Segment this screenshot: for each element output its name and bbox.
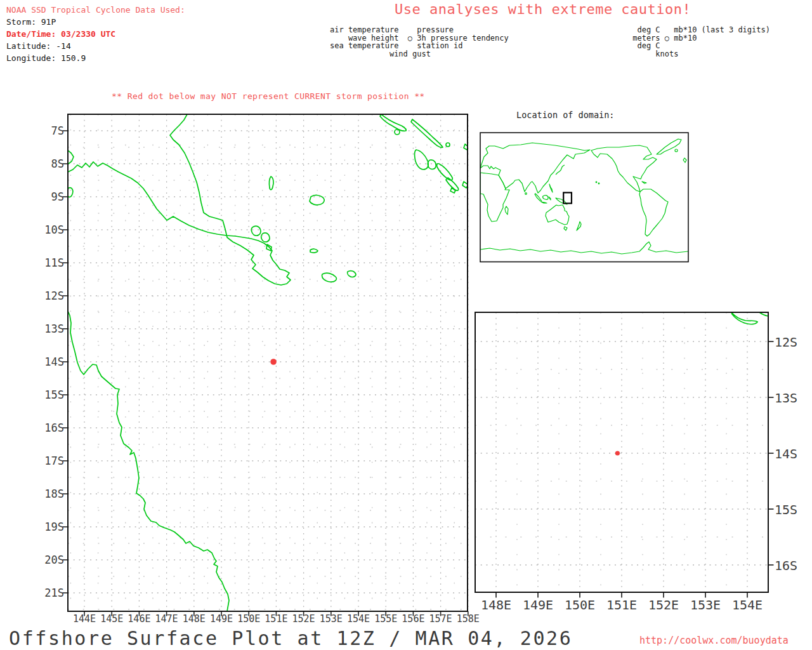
world-uk bbox=[683, 158, 686, 162]
world-philippines bbox=[549, 184, 553, 192]
coast-new-guinea bbox=[68, 114, 291, 285]
world-map-frame bbox=[480, 133, 688, 262]
coast-bougainville bbox=[414, 150, 428, 169]
offshore-surface-plot-page: NOAA SSD Tropical Cyclone Data Used: Sto… bbox=[0, 0, 812, 650]
coast-trobriand bbox=[269, 176, 273, 190]
zoom-inset-lat-label: 14S bbox=[775, 446, 808, 461]
zoom-inset-lon-label: 148E bbox=[477, 597, 515, 613]
world-tasmania bbox=[564, 227, 567, 230]
main-map-lat-label: 11S bbox=[35, 256, 64, 269]
units-legend-line: deg C bbox=[628, 42, 770, 50]
storm-datetime-line: Date/Time: 03/2330 UTC bbox=[6, 28, 185, 40]
units-legend-line: deg C mb*10 (last 3 digits) bbox=[628, 26, 770, 34]
main-map-lat-label: 12S bbox=[35, 289, 64, 302]
world-north-america bbox=[591, 145, 657, 192]
world-japan bbox=[556, 165, 565, 175]
main-map-lat-label: 17S bbox=[35, 454, 64, 467]
coast-tagula bbox=[322, 273, 337, 282]
main-map-lat-label: 13S bbox=[35, 322, 64, 335]
grid-lines bbox=[68, 114, 768, 611]
world-greenland bbox=[657, 139, 681, 154]
coast-dentrecasteaux bbox=[261, 233, 270, 242]
coast-rossel-inset bbox=[731, 312, 757, 324]
main-map-lon-label: 148E bbox=[180, 613, 208, 625]
main-map-lon-label: 153E bbox=[317, 613, 345, 625]
coast-misima bbox=[310, 249, 318, 253]
main-map-lat-label: 18S bbox=[35, 488, 64, 500]
coast-woodlark bbox=[310, 195, 324, 204]
world-cuba bbox=[642, 182, 646, 183]
zoom-inset-lon-label: 149E bbox=[519, 597, 557, 613]
main-map-lon-label: 154E bbox=[344, 613, 372, 625]
main-map-lat-label: 7S bbox=[35, 124, 64, 137]
units-legend: deg C mb*10 (last 3 digits) meters ○ mb*… bbox=[628, 26, 770, 58]
main-map-lat-label: 21S bbox=[35, 587, 64, 599]
world-madagascar bbox=[505, 206, 508, 215]
coast-new-britain bbox=[380, 114, 406, 131]
main-map-lat-label: 20S bbox=[35, 554, 64, 566]
storm-longitude-line: Longitude: 150.9 bbox=[6, 52, 185, 64]
storm-dot-inset bbox=[615, 451, 620, 455]
storm-id-line: Storm: 91P bbox=[6, 16, 185, 28]
storm-info-block: NOAA SSD Tropical Cyclone Data Used: Sto… bbox=[6, 4, 185, 64]
coast-australia bbox=[68, 311, 229, 611]
zoom-inset-lon-label: 152E bbox=[645, 597, 683, 613]
coast-left-edge-hook bbox=[68, 150, 74, 164]
zoom-inset-coastlines bbox=[731, 312, 768, 324]
location-of-domain-title: Location of domain: bbox=[516, 110, 614, 120]
coast-rossel bbox=[348, 271, 356, 277]
world-iceland bbox=[675, 149, 678, 152]
buoydata-url-link[interactable]: http://coolwx.com/buoydata bbox=[639, 635, 789, 646]
main-map-lon-label: 147E bbox=[153, 613, 181, 625]
storm-dots bbox=[270, 359, 620, 455]
world-new-zealand bbox=[577, 222, 581, 230]
main-map-lat-label: 9S bbox=[35, 190, 64, 203]
zoom-inset-lat-label: 15S bbox=[775, 502, 808, 517]
storm-position-warning: ** Red dot below may NOT represent CURRE… bbox=[112, 91, 425, 101]
main-map-lat-label: 16S bbox=[35, 421, 64, 434]
main-map-lon-label: 155E bbox=[372, 613, 400, 625]
storm-latitude-line: Latitude: -14 bbox=[6, 40, 185, 52]
main-map-lon-label: 156E bbox=[399, 613, 427, 625]
world-hawaii bbox=[598, 183, 599, 184]
main-map-lat-label: 10S bbox=[35, 223, 64, 236]
zoom-inset-lat-label: 12S bbox=[775, 335, 808, 350]
world-south-america bbox=[639, 189, 668, 236]
world-sulawesi bbox=[549, 197, 551, 200]
zoom-inset-lat-label: 13S bbox=[775, 390, 808, 406]
world-africa bbox=[480, 173, 509, 222]
main-map-lat-label: 8S bbox=[35, 157, 64, 170]
units-legend-line: knots bbox=[628, 50, 770, 58]
world-sumatra bbox=[535, 194, 542, 201]
coast-choiseul bbox=[437, 164, 453, 180]
caution-headline: Use analyses with extreme caution! bbox=[395, 1, 691, 17]
station-legend-line: sea temperature station id bbox=[330, 42, 509, 50]
data-source-label: NOAA SSD Tropical Cyclone Data Used: bbox=[6, 4, 185, 16]
world-australia bbox=[546, 205, 569, 225]
station-legend-line: air temperature pressure bbox=[330, 26, 509, 34]
coast-island-bit bbox=[450, 188, 455, 193]
storm-dot-main bbox=[270, 359, 277, 365]
world-java bbox=[541, 202, 547, 203]
main-map-lon-label: 145E bbox=[98, 613, 126, 625]
world-antarctica bbox=[480, 242, 688, 254]
main-map-lon-label: 144E bbox=[70, 613, 98, 625]
plot-title: Offshore Surface Plot at 12Z / MAR 04, 2… bbox=[9, 627, 572, 649]
station-legend-line: wind gust bbox=[330, 50, 509, 58]
zoom-inset-lon-label: 153E bbox=[686, 597, 724, 613]
coast-small-island bbox=[395, 129, 400, 135]
zoom-inset-lon-label: 154E bbox=[728, 597, 766, 613]
main-map-frame bbox=[68, 114, 468, 611]
main-map-lon-label: 150E bbox=[235, 613, 263, 625]
main-map-lon-label: 151E bbox=[262, 613, 290, 625]
zoom-inset-lon-label: 150E bbox=[561, 597, 599, 613]
main-map-lon-label: 157E bbox=[427, 613, 455, 625]
world-eurasia bbox=[480, 143, 590, 193]
world-hawaii bbox=[596, 182, 597, 183]
main-map-lon-label: 158E bbox=[454, 613, 482, 625]
coast-small-island bbox=[446, 143, 450, 147]
zoom-inset-lon-label: 151E bbox=[603, 597, 641, 613]
zoom-inset-lat-label: 16S bbox=[775, 558, 808, 573]
main-map-lon-label: 149E bbox=[207, 613, 235, 625]
axis-ticks bbox=[63, 131, 774, 616]
